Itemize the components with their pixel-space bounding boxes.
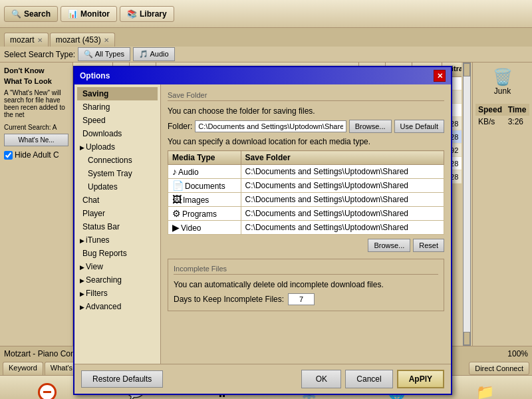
ok-button[interactable]: OK	[301, 370, 341, 388]
media-table-row[interactable]: ♪AudioC:\Documents and Settings\Uptodown…	[168, 165, 444, 179]
monitor-button[interactable]: 📊 Monitor	[61, 6, 117, 22]
stop-icon	[38, 383, 57, 400]
library-button[interactable]: 📚 Library	[120, 6, 174, 22]
files-icon: 📁	[476, 384, 494, 400]
nav-item-uploads[interactable]: ▶Uploads	[77, 140, 158, 154]
nav-item-advanced[interactable]: ▶Advanced	[77, 300, 158, 313]
folder-label: Folder:	[168, 122, 192, 131]
stop-btn[interactable]	[33, 380, 62, 400]
status-percent: 100%	[507, 349, 528, 358]
nav-item-sharing[interactable]: Sharing	[77, 100, 158, 114]
main-area: Don't Know What To Look A "What's New" w…	[0, 63, 532, 346]
monitor-icon: 📊	[68, 9, 78, 19]
nav-item-downloads[interactable]: Downloads	[77, 127, 158, 140]
nav-item-system-tray[interactable]: System Tray	[77, 167, 158, 180]
dialog-footer: Restore Defaults OK Cancel ApPlY	[74, 364, 451, 394]
folder-row: Folder: Browse... Use Default	[168, 120, 444, 133]
browse-reset-row: Browse... Reset	[168, 239, 444, 252]
incomplete-files-section: Incomplete Files You can automatically d…	[168, 259, 444, 311]
media-reset-button[interactable]: Reset	[413, 239, 444, 252]
search-type-bar: Select Search Type: 🔍 All Types 🎵 Audio	[0, 47, 532, 63]
dialog-overlay: Options ✕ Saving Sharing Speed Downloads…	[0, 63, 532, 346]
nav-item-saving[interactable]: Saving	[77, 87, 158, 100]
restore-defaults-button[interactable]: Restore Defaults	[81, 370, 163, 388]
dialog-nav: Saving Sharing Speed Downloads ▶Uploads …	[74, 84, 161, 364]
dialog-content: Save Folder You can choose the folder fo…	[161, 84, 451, 364]
folder-col-header: Save Folder	[241, 151, 444, 165]
save-folder-description: You can choose the folder for saving fil…	[168, 106, 444, 116]
apply-button[interactable]: ApPlY	[397, 370, 444, 388]
cancel-button[interactable]: Cancel	[345, 370, 392, 388]
search-toolbar-icon: 🔍	[11, 9, 21, 19]
audio-tab-btn[interactable]: 🎵 Audio	[133, 47, 175, 61]
nav-item-itunes[interactable]: ▶iTunes	[77, 233, 158, 247]
library-icon: 📚	[127, 9, 137, 19]
media-type-table: Media Type Save Folder ♪AudioC:\Document…	[168, 150, 444, 235]
nav-item-status-bar[interactable]: Status Bar	[77, 220, 158, 233]
media-table-row[interactable]: 🖼ImagesC:\Documents and Settings\Uptodow…	[168, 193, 444, 207]
media-col-header: Media Type	[168, 151, 241, 165]
dialog-title: Options	[80, 71, 110, 80]
save-folder-section-title: Save Folder	[168, 91, 444, 101]
options-dialog: Options ✕ Saving Sharing Speed Downloads…	[73, 66, 452, 395]
stop-bar	[43, 391, 51, 393]
nav-item-chat[interactable]: Chat	[77, 194, 158, 207]
folder-input[interactable]	[195, 120, 346, 132]
tab-mozart[interactable]: mozart ✕	[4, 33, 49, 47]
search-type-label: Select Search Type:	[4, 50, 75, 59]
tab-keyword[interactable]: Keyword	[3, 362, 43, 375]
days-input[interactable]	[288, 293, 315, 305]
dialog-close-button[interactable]: ✕	[434, 70, 446, 82]
media-table-row[interactable]: 📄DocumentsC:\Documents and Settings\Upto…	[168, 179, 444, 193]
nav-item-connections[interactable]: Connections	[77, 154, 158, 167]
media-table-row[interactable]: ▶VideoC:\Documents and Settings\Uptodown…	[168, 221, 444, 235]
browse-button[interactable]: Browse...	[349, 120, 392, 133]
media-table-row[interactable]: ⚙ProgramsC:\Documents and Settings\Uptod…	[168, 207, 444, 221]
direct-connect-button[interactable]: Direct Connect	[469, 362, 529, 375]
incomplete-section-title: Incomplete Files	[174, 265, 438, 275]
nav-item-view[interactable]: ▶View	[77, 260, 158, 273]
specify-text: You can specify a download location for …	[168, 137, 444, 146]
use-default-button[interactable]: Use Default	[394, 120, 444, 133]
days-row: Days to Keep Incomplete Files:	[174, 293, 438, 305]
all-types-btn[interactable]: 🔍 All Types	[78, 47, 130, 61]
nav-item-searching[interactable]: ▶Searching	[77, 273, 158, 287]
dialog-body: Saving Sharing Speed Downloads ▶Uploads …	[74, 84, 451, 364]
main-toolbar: 🔍 Search 📊 Monitor 📚 Library	[0, 0, 532, 28]
dialog-titlebar: Options ✕	[74, 67, 451, 84]
search-button[interactable]: 🔍 Search	[4, 6, 58, 22]
tab-mozart-453[interactable]: mozart (453) ✕	[50, 33, 115, 47]
nav-item-filters[interactable]: ▶Filters	[77, 287, 158, 300]
tab-close-1[interactable]: ✕	[104, 37, 109, 44]
incomplete-description: You can automatically delete old incompl…	[174, 280, 438, 289]
days-label: Days to Keep Incomplete Files:	[174, 295, 284, 304]
nav-item-player[interactable]: Player	[77, 207, 158, 220]
nav-item-bug-reports[interactable]: Bug Reports	[77, 247, 158, 260]
tab-close-0[interactable]: ✕	[37, 37, 43, 44]
nav-item-updates[interactable]: Updates	[77, 180, 158, 194]
nav-item-speed[interactable]: Speed	[77, 114, 158, 127]
files-btn[interactable]: 📁	[471, 382, 499, 400]
media-browse-button[interactable]: Browse...	[368, 239, 410, 252]
tab-bar: mozart ✕ mozart (453) ✕	[0, 28, 532, 47]
